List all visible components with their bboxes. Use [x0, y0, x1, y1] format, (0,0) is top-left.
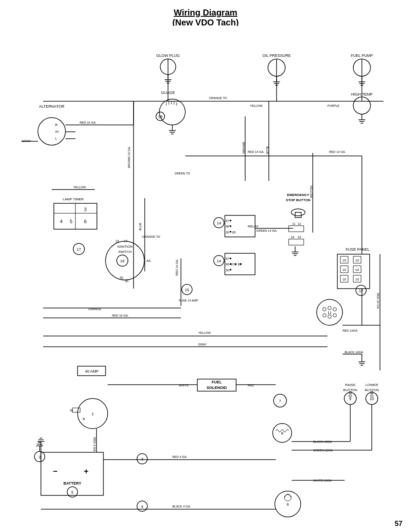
svg-text:BROWN 10 GA.: BROWN 10 GA. — [128, 146, 131, 168]
svg-text:RAISE: RAISE — [345, 383, 355, 387]
svg-text:ORANGE TO: ORANGE TO — [142, 235, 160, 238]
svg-text:4: 4 — [60, 219, 62, 224]
svg-text:OIL  PRESSURE: OIL PRESSURE — [262, 53, 291, 58]
svg-text:4: 4 — [141, 504, 143, 509]
svg-text:FUEL: FUEL — [212, 380, 222, 384]
svg-point-95 — [230, 269, 231, 271]
diagram: GLOW PLUG OIL PRESSURE FUEL PUMP — [9, 26, 402, 523]
svg-text:+: + — [84, 467, 89, 476]
svg-text:ORANGE TO: ORANGE TO — [209, 96, 227, 100]
svg-text:23: 23 — [298, 236, 301, 239]
svg-text:RED 4 GA.: RED 4 GA. — [172, 455, 187, 458]
svg-text:EMERGENCY: EMERGENCY — [287, 193, 309, 197]
svg-text:GREEN 14 GA.: GREEN 14 GA. — [256, 229, 277, 232]
svg-text:SWITCH: SWITCH — [118, 250, 132, 254]
svg-point-92 — [230, 263, 231, 265]
svg-text:RED 14 GA.: RED 14 GA. — [329, 150, 346, 153]
svg-point-82 — [230, 231, 231, 233]
svg-text:FUSE PANEL: FUSE PANEL — [346, 247, 369, 252]
glow-plug-label: GLOW PLUG — [156, 53, 180, 58]
svg-text:L: L — [55, 137, 57, 140]
svg-point-81 — [230, 225, 231, 227]
svg-text:19: 19 — [115, 240, 119, 243]
svg-text:30: 30 — [226, 269, 229, 272]
svg-text:7: 7 — [279, 399, 281, 403]
svg-text:24: 24 — [291, 236, 294, 239]
svg-text:87: 87 — [226, 219, 229, 222]
svg-text:50: 50 — [120, 276, 123, 279]
svg-text:12: 12 — [298, 222, 301, 225]
svg-text:RED 10 GA.: RED 10 GA. — [80, 121, 97, 124]
svg-text:1: 1 — [91, 412, 93, 416]
svg-text:BLUE: BLUE — [139, 222, 142, 230]
svg-text:5: 5 — [70, 219, 72, 224]
svg-text:30: 30 — [125, 280, 128, 283]
svg-text:AC: AC — [146, 259, 151, 263]
svg-text:11: 11 — [327, 311, 332, 315]
svg-text:BLACK 4 GA.: BLACK 4 GA. — [172, 505, 191, 508]
title-line1: Wiring Diagram — [0, 8, 411, 18]
page-number: 57 — [395, 520, 402, 528]
svg-text:YELLOW: YELLOW — [310, 185, 313, 198]
svg-text:14: 14 — [217, 259, 221, 263]
svg-rect-0 — [9, 26, 402, 523]
svg-text:14: 14 — [217, 221, 221, 225]
page: Wiring Diagram (New VDO Tach) GLOW PLUG … — [0, 0, 411, 532]
svg-text:BLACK 14GA.: BLACK 14GA. — [345, 351, 364, 354]
svg-text:BLUE: BLUE — [266, 146, 269, 155]
svg-text:3: 3 — [141, 457, 143, 461]
svg-text:17: 17 — [124, 240, 128, 243]
svg-text:6: 6 — [286, 502, 289, 507]
svg-text:RED: RED — [248, 384, 254, 387]
svg-text:WHITE: WHITE — [179, 384, 189, 387]
svg-text:86: 86 — [226, 225, 229, 228]
svg-text:6: 6 — [84, 219, 87, 224]
svg-text:10: 10 — [342, 268, 346, 272]
svg-text:15: 15 — [185, 288, 189, 292]
svg-text:RELAY: RELAY — [248, 224, 259, 228]
svg-text:FUEL  PUMP: FUEL PUMP — [351, 53, 373, 58]
svg-text:LOWER: LOWER — [365, 383, 378, 387]
svg-text:GREEN TO: GREEN TO — [174, 172, 190, 175]
svg-text:10: 10 — [342, 258, 346, 262]
svg-text:RED 14 GA.: RED 14 GA. — [248, 150, 265, 153]
svg-text:10: 10 — [355, 258, 359, 262]
svg-text:30: 30 — [226, 231, 229, 234]
svg-text:BUTTON: BUTTON — [365, 388, 379, 392]
svg-text:IGNITION: IGNITION — [117, 245, 133, 249]
svg-text:18: 18 — [158, 115, 162, 119]
svg-text:YELLOW: YELLOW — [250, 104, 263, 107]
svg-text:87: 87 — [226, 257, 229, 260]
svg-text:SOLENOID: SOLENOID — [206, 386, 227, 390]
svg-text:IG: IG — [55, 130, 59, 134]
svg-text:11: 11 — [292, 222, 296, 225]
svg-text:RED 4 GA.: RED 4 GA. — [93, 437, 96, 452]
svg-text:85: 85 — [232, 231, 236, 234]
svg-text:BROWN: BROWN — [242, 142, 245, 154]
svg-text:3: 3 — [84, 207, 87, 212]
wiring-diagram-svg: GLOW PLUG OIL PRESSURE FUEL PUMP — [9, 26, 402, 523]
svg-text:12: 12 — [359, 289, 363, 293]
svg-text:STOP BUTTON: STOP BUTTON — [286, 198, 311, 202]
svg-text:BUTTON: BUTTON — [343, 388, 358, 392]
svg-text:GRAY: GRAY — [198, 343, 207, 346]
svg-text:16: 16 — [120, 259, 125, 263]
title-area: Wiring Diagram (New VDO Tach) — [0, 0, 411, 29]
svg-text:40 AMP: 40 AMP — [85, 369, 99, 373]
svg-text:ALTERNATOR: ALTERNATOR — [39, 104, 65, 109]
svg-point-80 — [230, 220, 231, 221]
svg-text:RED 14GA: RED 14GA — [342, 329, 358, 332]
svg-text:5: 5 — [71, 490, 73, 495]
svg-text:FUSE 14 AMP: FUSE 14 AMP — [179, 299, 198, 302]
svg-text:86: 86 — [226, 263, 229, 266]
svg-text:10: 10 — [342, 277, 346, 281]
svg-text:BATTERY: BATTERY — [63, 481, 81, 485]
svg-text:RED 10 GA.: RED 10 GA. — [112, 314, 129, 317]
svg-point-93 — [235, 263, 237, 265]
svg-point-91 — [230, 258, 231, 259]
svg-point-94 — [240, 263, 242, 265]
svg-text:−: − — [53, 467, 58, 476]
svg-text:YELLOW: YELLOW — [198, 331, 211, 334]
svg-text:RED 14 CA.: RED 14 CA. — [377, 293, 380, 309]
svg-text:PURPLE: PURPLE — [327, 104, 339, 107]
